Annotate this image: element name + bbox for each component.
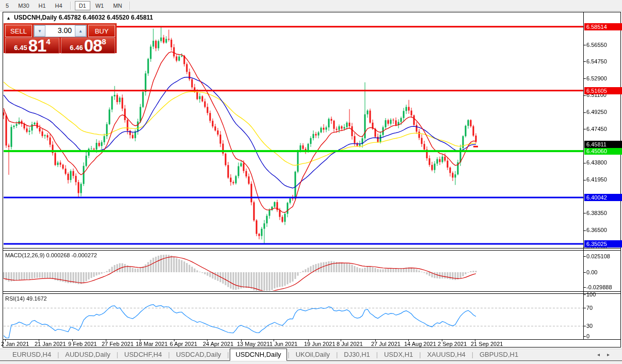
macd-axis-label: -0.029888 xyxy=(586,284,612,290)
price-tick-label: 6.52900 xyxy=(586,75,607,82)
tab-audusd-daily[interactable]: AUDUSD,Daily xyxy=(60,349,115,360)
pane-separator[interactable] xyxy=(3,293,621,294)
price-tick-label: 6.38350 xyxy=(586,210,607,217)
tab-separator: | xyxy=(418,351,422,360)
buy-button[interactable]: BUY xyxy=(88,25,115,37)
price-axis-border xyxy=(583,12,584,340)
ohlc-high: 6.46032 xyxy=(83,14,105,21)
tab-ukoil-daily[interactable]: UKOil,Daily xyxy=(291,349,335,360)
tab-usdcnh-daily[interactable]: USDCNH,Daily xyxy=(230,349,286,361)
price-tick-label: 6.56550 xyxy=(586,42,607,48)
price-tick-label: 6.47450 xyxy=(586,126,607,133)
tab-separator: | xyxy=(471,351,474,360)
level-price-label: 6.51605 xyxy=(584,87,622,94)
pane-separator[interactable] xyxy=(3,250,621,251)
level-price-label: 6.35025 xyxy=(584,240,622,247)
rsi-axis-label: 30 xyxy=(586,323,593,329)
date-label: 27 Jul 2021 xyxy=(371,341,401,347)
volume-increase-button[interactable]: ▲ xyxy=(75,25,86,37)
tab-separator: | xyxy=(167,351,171,360)
buy-price-big: 08 xyxy=(84,38,102,53)
price-tick-label: 6.49250 xyxy=(586,109,607,115)
macd-axis-label: 0.025108 xyxy=(586,253,610,259)
chart-symbol: USDCNH,Daily xyxy=(14,14,57,21)
date-label: 21 Jan 2021 xyxy=(35,341,66,347)
tab-usdchf-h4[interactable]: USDCHF,H4 xyxy=(119,349,167,360)
rsi-axis-label: 100 xyxy=(586,291,596,297)
price-tick-label: 6.41950 xyxy=(586,176,607,183)
ohlc-open: 6.45782 xyxy=(59,14,81,21)
tab-scroll-right-icon[interactable]: ▸ xyxy=(607,352,617,357)
tab-separator: | xyxy=(287,351,291,360)
level-price-label: 6.45060 xyxy=(584,147,622,155)
tab-separator: | xyxy=(116,351,119,360)
date-label: 19 Jun 2021 xyxy=(304,341,336,347)
xaxis-border xyxy=(3,339,621,340)
tab-usdcad-daily[interactable]: USDCAD,Daily xyxy=(171,349,226,360)
sell-price-prefix: 6.45 xyxy=(14,44,27,52)
tab-separator: | xyxy=(335,351,339,360)
level-price-label: 6.58514 xyxy=(584,23,622,30)
tab-eurusd-h4[interactable]: EURUSD,H4 xyxy=(7,349,56,360)
macd-main-value: 0.000268 xyxy=(46,252,70,258)
ohlc-low: 6.45520 xyxy=(107,14,129,21)
macd-label: MACD(12,26,9) 0.000268 -0.000272 xyxy=(5,252,97,258)
status-bar xyxy=(0,361,622,364)
macd-axis-label: 0.00 xyxy=(586,269,597,275)
volume-decrease-button[interactable]: ▼ xyxy=(34,25,45,37)
date-label: 9 Feb 2021 xyxy=(68,341,97,347)
chart-tab-bar: EURUSD,H4|AUDUSD,Daily|USDCHF,H4|USDCAD,… xyxy=(0,349,622,361)
sell-price-pip: 4 xyxy=(46,38,50,46)
date-label: 13 May 2021 xyxy=(237,341,270,347)
rsi-axis-label: 70 xyxy=(586,305,593,311)
rsi-value: 49.1672 xyxy=(26,295,47,302)
rsi-label: RSI(14) 49.1672 xyxy=(5,295,47,302)
date-label: 14 Aug 2021 xyxy=(404,341,436,347)
rsi-axis-label: 0 xyxy=(586,333,589,339)
date-label: 24 Apr 2021 xyxy=(203,341,233,347)
date-label: 1 Jun 2021 xyxy=(269,341,297,347)
pane-separator[interactable] xyxy=(3,291,621,292)
sell-button[interactable]: SELL xyxy=(5,25,32,37)
buy-price-display[interactable]: 6.46 08 8 xyxy=(61,38,115,54)
chart-title: ▲USDCNH,Daily 6.45782 6.46032 6.45520 6.… xyxy=(6,14,153,21)
sell-price-big: 81 xyxy=(28,38,46,53)
date-label: 2 Jan 2021 xyxy=(1,341,29,347)
date-label: 21 Sep 2021 xyxy=(471,341,503,347)
level-price-label: 6.40042 xyxy=(584,194,622,201)
price-tick-label: 6.43800 xyxy=(586,159,607,166)
date-label: 6 Apr 2021 xyxy=(170,341,197,347)
tab-scroll-left-icon[interactable]: ◂ xyxy=(597,352,607,357)
tab-usdx-h1[interactable]: USDX,H1 xyxy=(379,349,418,360)
ohlc-close: 6.45811 xyxy=(131,14,153,21)
volume-input[interactable]: 3.00 xyxy=(45,25,75,37)
tab-separator: | xyxy=(56,351,60,360)
tab-scroll-arrows[interactable]: ◂▸ xyxy=(597,352,617,357)
trading-app-window: 5M30H1H4D1W1MN ▲USDCNH,Daily 6.45782 6.4… xyxy=(0,0,622,364)
rsi-name: RSI(14) xyxy=(5,295,25,302)
price-tick-label: 6.54750 xyxy=(586,58,607,65)
sell-price-display[interactable]: 6.45 81 4 xyxy=(5,38,59,54)
current-price-label: 6.45811 xyxy=(584,141,622,148)
tab-gbpusd-h1[interactable]: GBPUSD,H1 xyxy=(474,349,523,360)
tab-separator: | xyxy=(375,351,379,360)
collapse-triangle-icon[interactable]: ▲ xyxy=(6,15,11,21)
chart-canvas[interactable] xyxy=(0,0,622,364)
tab-separator: | xyxy=(226,351,230,360)
tab-xauusd-h4[interactable]: XAUUSD,H4 xyxy=(422,349,470,360)
buy-price-prefix: 6.46 xyxy=(70,44,83,52)
one-click-trade-panel: SELL ▼ 3.00 ▲ BUY 6.45 81 4 6.46 08 8 xyxy=(4,23,117,53)
macd-name: MACD(12,26,9) xyxy=(5,252,44,258)
date-label: 8 Jul 2021 xyxy=(337,341,363,347)
date-label: 18 Mar 2021 xyxy=(136,341,168,347)
price-tick-label: 6.36500 xyxy=(586,227,607,234)
date-label: 27 Feb 2021 xyxy=(102,341,134,347)
tab-dj30-h1[interactable]: DJ30,H1 xyxy=(339,349,375,360)
date-label: 2 Sep 2021 xyxy=(438,341,467,347)
pane-separator[interactable] xyxy=(3,248,621,249)
macd-signal-value: -0.000272 xyxy=(71,252,97,258)
buy-price-pip: 8 xyxy=(102,38,106,46)
